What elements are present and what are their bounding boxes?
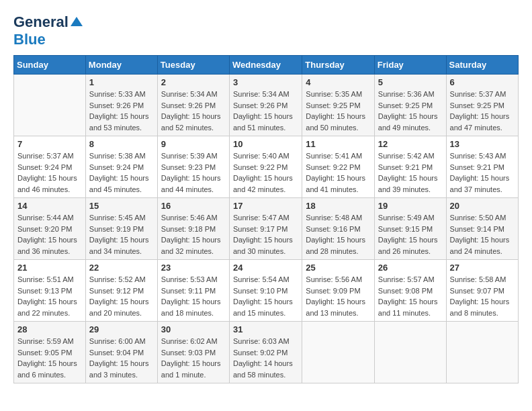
sunrise-text: Sunrise: 5:58 AM — [450, 275, 506, 283]
day-number: 16 — [161, 201, 226, 211]
calendar-cell: 3 Sunrise: 5:34 AM Sunset: 9:26 PM Dayli… — [229, 75, 302, 136]
day-number: 28 — [17, 324, 82, 334]
day-info: Sunrise: 5:46 AM Sunset: 9:18 PM Dayligh… — [161, 212, 226, 257]
day-info: Sunrise: 5:35 AM Sunset: 9:25 PM Dayligh… — [306, 89, 371, 133]
calendar-cell: 20 Sunrise: 5:50 AM Sunset: 9:14 PM Dayl… — [446, 198, 518, 260]
daylight-text: Daylight: 15 hours and 41 minutes. — [306, 174, 365, 193]
sunrise-text: Sunrise: 5:48 AM — [306, 214, 362, 222]
day-info: Sunrise: 5:56 AM Sunset: 9:09 PM Dayligh… — [306, 274, 371, 318]
sunset-text: Sunset: 9:07 PM — [450, 287, 504, 295]
sunrise-text: Sunrise: 5:34 AM — [233, 90, 290, 98]
sunrise-text: Sunrise: 5:39 AM — [161, 152, 218, 160]
sunset-text: Sunset: 9:09 PM — [306, 287, 360, 295]
sunset-text: Sunset: 9:25 PM — [306, 101, 360, 109]
day-number: 4 — [306, 77, 371, 87]
sunrise-text: Sunrise: 5:40 AM — [233, 152, 290, 160]
sunrise-text: Sunrise: 5:51 AM — [17, 275, 74, 283]
sunrise-text: Sunrise: 5:59 AM — [17, 337, 74, 345]
day-info: Sunrise: 5:43 AM Sunset: 9:21 PM Dayligh… — [450, 150, 515, 195]
calendar-week-1: 1 Sunrise: 5:33 AM Sunset: 9:26 PM Dayli… — [14, 75, 519, 136]
daylight-text: Daylight: 15 hours and 44 minutes. — [161, 174, 221, 193]
day-number: 20 — [450, 201, 515, 211]
day-number: 1 — [89, 77, 154, 87]
day-number: 24 — [233, 263, 298, 273]
calendar-cell: 26 Sunrise: 5:57 AM Sunset: 9:08 PM Dayl… — [374, 260, 446, 322]
sunset-text: Sunset: 9:14 PM — [450, 225, 504, 233]
daylight-text: Daylight: 15 hours and 24 minutes. — [450, 236, 510, 255]
calendar-cell: 13 Sunrise: 5:43 AM Sunset: 9:21 PM Dayl… — [446, 136, 518, 198]
svg-marker-0 — [71, 17, 83, 26]
calendar-cell: 24 Sunrise: 5:54 AM Sunset: 9:10 PM Dayl… — [229, 260, 302, 322]
sunset-text: Sunset: 9:20 PM — [17, 225, 72, 233]
day-number: 26 — [378, 263, 443, 273]
day-info: Sunrise: 5:36 AM Sunset: 9:25 PM Dayligh… — [378, 89, 443, 133]
day-number: 6 — [450, 77, 515, 87]
day-number: 9 — [161, 139, 226, 149]
sunrise-text: Sunrise: 5:45 AM — [89, 214, 146, 222]
sunset-text: Sunset: 9:22 PM — [306, 163, 360, 171]
daylight-text: Daylight: 15 hours and 51 minutes. — [233, 112, 293, 132]
sunrise-text: Sunrise: 5:47 AM — [233, 214, 290, 222]
sunset-text: Sunset: 9:26 PM — [89, 101, 144, 109]
day-number: 30 — [161, 324, 226, 334]
sunset-text: Sunset: 9:25 PM — [450, 101, 504, 109]
sunset-text: Sunset: 9:12 PM — [89, 287, 144, 295]
calendar-cell: 16 Sunrise: 5:46 AM Sunset: 9:18 PM Dayl… — [157, 198, 229, 260]
day-info: Sunrise: 5:48 AM Sunset: 9:16 PM Dayligh… — [306, 212, 371, 257]
daylight-text: Daylight: 15 hours and 34 minutes. — [89, 236, 149, 255]
daylight-text: Daylight: 15 hours and 13 minutes. — [306, 298, 365, 317]
day-number: 27 — [450, 263, 515, 273]
calendar-cell: 25 Sunrise: 5:56 AM Sunset: 9:09 PM Dayl… — [302, 260, 375, 322]
sunrise-text: Sunrise: 5:42 AM — [378, 152, 435, 160]
day-info: Sunrise: 5:50 AM Sunset: 9:14 PM Dayligh… — [450, 212, 515, 257]
calendar-cell: 5 Sunrise: 5:36 AM Sunset: 9:25 PM Dayli… — [374, 75, 446, 136]
calendar-cell: 2 Sunrise: 5:34 AM Sunset: 9:26 PM Dayli… — [157, 75, 229, 136]
day-info: Sunrise: 5:49 AM Sunset: 9:15 PM Dayligh… — [378, 212, 443, 257]
calendar-cell: 7 Sunrise: 5:37 AM Sunset: 9:24 PM Dayli… — [14, 136, 86, 198]
day-info: Sunrise: 5:40 AM Sunset: 9:22 PM Dayligh… — [233, 150, 298, 195]
sunset-text: Sunset: 9:04 PM — [89, 349, 144, 357]
day-info: Sunrise: 5:52 AM Sunset: 9:12 PM Dayligh… — [89, 274, 154, 318]
day-number: 2 — [161, 77, 226, 87]
daylight-text: Daylight: 15 hours and 11 minutes. — [378, 298, 438, 317]
weekday-sunday: Sunday — [14, 56, 86, 75]
daylight-text: Daylight: 15 hours and 18 minutes. — [161, 298, 221, 317]
weekday-saturday: Saturday — [446, 56, 518, 75]
sunset-text: Sunset: 9:11 PM — [161, 287, 216, 295]
logo: General Blue — [13, 13, 83, 48]
sunrise-text: Sunrise: 5:53 AM — [161, 275, 218, 283]
sunset-text: Sunset: 9:17 PM — [233, 225, 287, 233]
daylight-text: Daylight: 15 hours and 50 minutes. — [306, 112, 365, 132]
calendar-cell: 30 Sunrise: 6:02 AM Sunset: 9:03 PM Dayl… — [157, 322, 229, 383]
sunrise-text: Sunrise: 5:41 AM — [306, 152, 362, 160]
daylight-text: Daylight: 15 hours and 22 minutes. — [17, 298, 77, 317]
daylight-text: Daylight: 15 hours and 8 minutes. — [450, 298, 510, 317]
daylight-text: Daylight: 15 hours and 1 minute. — [161, 359, 221, 379]
day-info: Sunrise: 5:37 AM Sunset: 9:25 PM Dayligh… — [450, 89, 515, 133]
sunrise-text: Sunrise: 5:33 AM — [89, 90, 146, 98]
day-number: 13 — [450, 139, 515, 149]
day-number: 29 — [89, 324, 154, 334]
sunrise-text: Sunrise: 5:52 AM — [89, 275, 146, 283]
day-number: 31 — [233, 324, 298, 334]
day-info: Sunrise: 5:53 AM Sunset: 9:11 PM Dayligh… — [161, 274, 226, 318]
sunset-text: Sunset: 9:22 PM — [233, 163, 287, 171]
sunset-text: Sunset: 9:24 PM — [89, 163, 144, 171]
weekday-monday: Monday — [85, 56, 157, 75]
sunset-text: Sunset: 9:16 PM — [306, 225, 360, 233]
day-number: 21 — [17, 263, 82, 273]
day-number: 3 — [233, 77, 298, 87]
weekday-friday: Friday — [374, 56, 446, 75]
weekday-thursday: Thursday — [302, 56, 375, 75]
sunrise-text: Sunrise: 5:54 AM — [233, 275, 290, 283]
day-number: 5 — [378, 77, 443, 87]
sunrise-text: Sunrise: 5:57 AM — [378, 275, 435, 283]
calendar-cell: 11 Sunrise: 5:41 AM Sunset: 9:22 PM Dayl… — [302, 136, 375, 198]
calendar-cell: 6 Sunrise: 5:37 AM Sunset: 9:25 PM Dayli… — [446, 75, 518, 136]
day-info: Sunrise: 5:57 AM Sunset: 9:08 PM Dayligh… — [378, 274, 443, 318]
calendar-cell: 1 Sunrise: 5:33 AM Sunset: 9:26 PM Dayli… — [85, 75, 157, 136]
calendar-cell: 10 Sunrise: 5:40 AM Sunset: 9:22 PM Dayl… — [229, 136, 302, 198]
day-number: 8 — [89, 139, 154, 149]
sunrise-text: Sunrise: 5:38 AM — [89, 152, 146, 160]
calendar-cell: 4 Sunrise: 5:35 AM Sunset: 9:25 PM Dayli… — [302, 75, 375, 136]
